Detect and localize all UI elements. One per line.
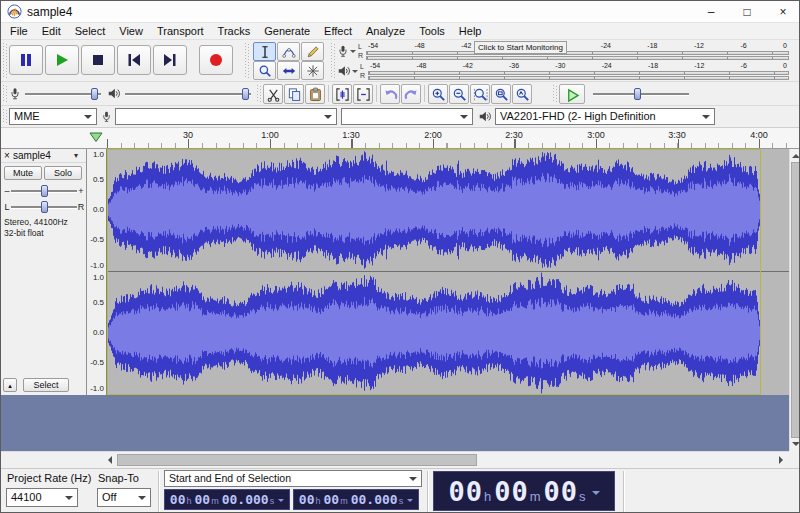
minimize-button[interactable]: – bbox=[693, 1, 729, 23]
copy-button[interactable] bbox=[284, 84, 304, 104]
maximize-button[interactable]: □ bbox=[729, 1, 765, 23]
slider-thumb[interactable] bbox=[41, 185, 48, 197]
toolbar-grip[interactable] bbox=[553, 85, 557, 102]
cut-button[interactable] bbox=[263, 84, 283, 104]
menu-item[interactable]: Help bbox=[452, 24, 489, 38]
pan-slider[interactable] bbox=[11, 200, 77, 214]
timeline-label: 1:00 bbox=[261, 130, 279, 140]
menu-item[interactable]: File bbox=[3, 24, 35, 38]
meter-menu-icon[interactable] bbox=[352, 70, 358, 76]
waveform-channel-left[interactable] bbox=[107, 149, 761, 271]
scale-value: -1.0 bbox=[90, 384, 104, 393]
zoom-out-button[interactable] bbox=[449, 84, 469, 104]
slider-thumb[interactable] bbox=[41, 201, 48, 213]
timeline-ruler[interactable]: 301:001:302:002:303:003:304:00 bbox=[1, 128, 800, 149]
toolbar-grip[interactable] bbox=[3, 109, 7, 124]
track-menu-icon[interactable]: ▾ bbox=[74, 151, 86, 160]
slider-thumb[interactable] bbox=[634, 88, 641, 100]
menu-item[interactable]: View bbox=[112, 24, 150, 38]
audio-host-select[interactable]: MME bbox=[9, 108, 97, 125]
timefield-format-icon[interactable] bbox=[278, 499, 284, 505]
ibeam-icon bbox=[258, 45, 272, 59]
scroll-left-button[interactable] bbox=[101, 452, 117, 468]
recording-channels-select[interactable] bbox=[341, 108, 473, 125]
play-button[interactable] bbox=[45, 45, 79, 75]
playback-volume-slider[interactable] bbox=[125, 87, 251, 101]
slider-thumb[interactable] bbox=[242, 88, 249, 100]
playback-meter[interactable]: LR -54-48-42-36-30-24-18-12-60 bbox=[331, 61, 789, 81]
play-at-speed-button[interactable] bbox=[559, 84, 585, 104]
close-button[interactable]: × bbox=[765, 1, 800, 23]
toolbar-grip[interactable] bbox=[3, 85, 7, 102]
selection-end-field[interactable]: 00h00m00.000s bbox=[293, 489, 419, 510]
draw-tool-button[interactable] bbox=[301, 42, 324, 61]
zoom-toggle-button[interactable] bbox=[512, 84, 532, 104]
meter-menu-icon[interactable] bbox=[350, 50, 356, 56]
collapse-track-button[interactable]: ▴ bbox=[3, 378, 17, 392]
toolbar-grip[interactable] bbox=[257, 85, 261, 102]
menu-item[interactable]: Tracks bbox=[211, 24, 258, 38]
redo-button[interactable] bbox=[401, 84, 421, 104]
audio-position-display[interactable]: 00h00m00s bbox=[433, 471, 615, 511]
playback-meter-body[interactable]: -54-48-42-36-30-24-18-12-60 bbox=[368, 62, 789, 81]
vertical-scroll-thumb[interactable] bbox=[791, 162, 800, 438]
recording-device-select[interactable] bbox=[115, 108, 337, 125]
scroll-right-button[interactable] bbox=[773, 452, 789, 468]
selection-mode-select[interactable]: Start and End of Selection bbox=[164, 470, 422, 487]
slider-thumb[interactable] bbox=[91, 88, 98, 100]
snap-to-select[interactable]: Off bbox=[97, 488, 151, 507]
horizontal-scroll-thumb[interactable] bbox=[117, 454, 477, 466]
play-speed-slider[interactable] bbox=[593, 87, 689, 101]
select-track-button[interactable]: Select bbox=[23, 378, 69, 392]
timeline-play-pin-icon[interactable] bbox=[89, 132, 103, 145]
fit-selection-button[interactable] bbox=[470, 84, 490, 104]
selection-start-field[interactable]: 00h00m00.000s bbox=[164, 489, 290, 510]
selection-tool-button[interactable] bbox=[253, 42, 276, 61]
vertical-scrollbar[interactable] bbox=[789, 149, 800, 451]
stop-button[interactable] bbox=[81, 45, 115, 75]
timefield-format-icon[interactable] bbox=[407, 499, 413, 505]
toolbar-grip[interactable] bbox=[245, 43, 249, 78]
pause-button[interactable] bbox=[9, 45, 43, 75]
menu-item[interactable]: Analyze bbox=[359, 24, 412, 38]
menu-item[interactable]: Edit bbox=[35, 24, 68, 38]
toolbar-grip[interactable] bbox=[3, 43, 7, 78]
project-rate-select[interactable]: 44100 bbox=[6, 488, 78, 507]
scroll-up-button[interactable] bbox=[790, 149, 800, 162]
envelope-tool-button[interactable] bbox=[277, 42, 300, 61]
fit-project-button[interactable] bbox=[491, 84, 511, 104]
timefield-format-icon[interactable] bbox=[592, 491, 600, 499]
mute-button[interactable]: Mute bbox=[4, 166, 42, 180]
menu-item[interactable]: Generate bbox=[257, 24, 317, 38]
menu-item[interactable]: Transport bbox=[150, 24, 211, 38]
paste-icon bbox=[308, 87, 323, 102]
vertical-scale-ruler[interactable]: 1.00.50.0-0.5-1.0 1.00.50.0-0.5-1.0 bbox=[87, 149, 107, 395]
paste-button[interactable] bbox=[305, 84, 325, 104]
empty-track-area[interactable] bbox=[1, 395, 789, 451]
track-title[interactable]: sample4 bbox=[13, 150, 74, 161]
solo-button[interactable]: Solo bbox=[44, 166, 82, 180]
skip-to-end-button[interactable] bbox=[153, 45, 187, 75]
silence-audio-button[interactable] bbox=[353, 84, 373, 104]
track-close-button[interactable]: × bbox=[1, 150, 13, 161]
gain-slider[interactable] bbox=[11, 184, 77, 198]
zoom-in-button[interactable] bbox=[428, 84, 448, 104]
record-button[interactable] bbox=[199, 45, 233, 75]
waveform-channel-right[interactable] bbox=[107, 272, 761, 394]
menu-item[interactable]: Tools bbox=[412, 24, 452, 38]
recording-meter-body[interactable]: -54-48-42-36-30-24-18-12-60 Click to Sta… bbox=[366, 42, 789, 61]
menu-item[interactable]: Select bbox=[68, 24, 113, 38]
monitoring-hint[interactable]: Click to Start Monitoring bbox=[474, 41, 567, 54]
skip-to-start-button[interactable] bbox=[117, 45, 151, 75]
horizontal-scrollbar[interactable] bbox=[101, 451, 789, 468]
timeshift-tool-button[interactable] bbox=[277, 61, 300, 80]
undo-button[interactable] bbox=[380, 84, 400, 104]
multi-tool-button[interactable] bbox=[301, 61, 324, 80]
menu-item[interactable]: Effect bbox=[317, 24, 359, 38]
recording-volume-slider[interactable] bbox=[25, 87, 101, 101]
recording-meter[interactable]: LR -54-48-42-36-30-24-18-12-60 Click to … bbox=[331, 41, 789, 61]
trim-audio-button[interactable] bbox=[332, 84, 352, 104]
zoom-tool-button[interactable] bbox=[253, 61, 276, 80]
scroll-down-button[interactable] bbox=[790, 438, 800, 451]
playback-device-select[interactable]: VA2201-FHD (2- High Definition bbox=[495, 108, 715, 125]
